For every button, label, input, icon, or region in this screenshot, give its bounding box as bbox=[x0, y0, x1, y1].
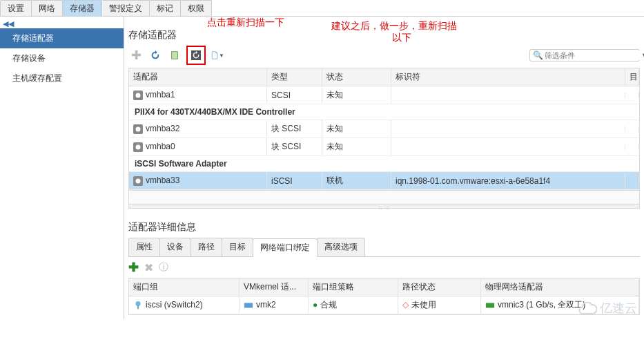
svg-point-3 bbox=[136, 93, 141, 97]
section-adapter-details: 适配器详细信息 bbox=[128, 221, 640, 234]
tab-network[interactable]: 网络 bbox=[31, 0, 63, 16]
col-pathstatus[interactable]: 路径状态 bbox=[398, 278, 481, 296]
top-tabs: 设置 网络 存储器 警报定义 标记 权限 bbox=[0, 0, 644, 17]
col-physical[interactable]: 物理网络适配器 bbox=[481, 278, 639, 296]
search-icon: 🔍 bbox=[533, 50, 543, 60]
group-row-ide: PIIX4 for 430TX/440BX/MX IDE Controller bbox=[129, 104, 639, 120]
col-type[interactable]: 类型 bbox=[267, 68, 322, 86]
sidebar-item-hostcache[interactable]: 主机缓存配置 bbox=[0, 68, 124, 88]
sidebar-item-devices[interactable]: 存储设备 bbox=[0, 48, 124, 68]
col-identifier[interactable]: 标识符 bbox=[391, 68, 625, 86]
subtab-devices[interactable]: 设备 bbox=[159, 238, 191, 256]
scroll-area[interactable] bbox=[129, 190, 639, 204]
svg-rect-0 bbox=[172, 52, 178, 59]
table-row[interactable]: vmhba32 块 SCSI未知 bbox=[129, 120, 639, 138]
col-adapter[interactable]: 适配器 bbox=[129, 68, 267, 86]
binding-toolbar: ✚ ✖ ⓘ bbox=[128, 260, 640, 275]
adapter-toolbar: ✚ ▼ 🔍 ▼ bbox=[128, 46, 640, 65]
binding-grid: 端口组 VMkernel 适... 端口组策略 路径状态 物理网络适配器 isc… bbox=[128, 278, 640, 315]
table-row[interactable]: vmhba1 SCSI未知 bbox=[129, 86, 639, 104]
subtab-properties[interactable]: 属性 bbox=[128, 238, 160, 256]
binding-row[interactable]: iscsi (vSwitch2) vmk2 ●合规 ◇未使用 vmnic3 (1… bbox=[129, 296, 639, 314]
tab-settings[interactable]: 设置 bbox=[0, 0, 32, 16]
splitter[interactable]: :: :: bbox=[129, 204, 639, 208]
host-button[interactable] bbox=[167, 48, 182, 63]
rescan-button[interactable] bbox=[188, 48, 204, 63]
sidebar: ◀◀ 存储适配器 存储设备 主机缓存配置 bbox=[0, 17, 124, 319]
tab-permissions[interactable]: 权限 bbox=[180, 0, 212, 16]
svg-rect-11 bbox=[137, 305, 139, 309]
filter-dropdown-icon[interactable]: ▼ bbox=[641, 52, 644, 59]
svg-point-10 bbox=[136, 301, 141, 306]
svg-point-9 bbox=[136, 178, 141, 183]
add-button[interactable]: ✚ bbox=[128, 48, 144, 63]
adapters-grid: 适配器 类型 状态 标识符 目 vmhba1 SCSI未知 PIIX4 for … bbox=[128, 68, 640, 209]
watermark: 亿速云 bbox=[578, 300, 637, 316]
subtab-targets[interactable]: 目标 bbox=[222, 238, 253, 256]
col-last[interactable]: 目 bbox=[625, 68, 639, 86]
svg-point-5 bbox=[136, 126, 141, 131]
document-button[interactable]: ▼ bbox=[210, 48, 225, 63]
sidebar-item-adapters[interactable]: 存储适配器 bbox=[0, 28, 124, 48]
group-row-iscsi: iSCSI Software Adapter bbox=[129, 156, 639, 172]
tab-alerts[interactable]: 警报定义 bbox=[101, 0, 150, 16]
tab-storage[interactable]: 存储器 bbox=[62, 0, 102, 16]
subtab-advanced[interactable]: 高级选项 bbox=[317, 238, 365, 256]
add-binding-button[interactable]: ✚ bbox=[128, 260, 139, 275]
subtab-port-binding[interactable]: 网络端口绑定 bbox=[253, 238, 318, 257]
svg-rect-12 bbox=[244, 303, 253, 307]
info-button[interactable]: ⓘ bbox=[159, 261, 168, 274]
collapse-icon[interactable]: ◀◀ bbox=[0, 17, 124, 28]
svg-rect-13 bbox=[486, 303, 494, 307]
col-portgroup[interactable]: 端口组 bbox=[129, 278, 240, 296]
col-status[interactable]: 状态 bbox=[322, 68, 391, 86]
status-unused-icon: ◇ bbox=[402, 300, 409, 310]
svg-point-7 bbox=[136, 144, 141, 149]
annotation-suggest: 建议之后，做一步，重新扫描 以下 bbox=[331, 20, 457, 44]
status-ok-icon: ● bbox=[313, 300, 318, 310]
table-row[interactable]: vmhba0 块 SCSI未知 bbox=[129, 138, 639, 156]
col-vmkernel[interactable]: VMkernel 适... bbox=[240, 278, 309, 296]
detail-tabs: 属性 设备 路径 目标 网络端口绑定 高级选项 bbox=[128, 238, 640, 257]
filter-box[interactable]: 🔍 ▼ bbox=[529, 49, 640, 61]
col-policy[interactable]: 端口组策略 bbox=[309, 278, 398, 296]
annotation-rescan: 点击重新扫描一下 bbox=[207, 17, 284, 29]
tab-tags[interactable]: 标记 bbox=[149, 0, 181, 16]
table-row-selected[interactable]: vmhba33 iSCSI联机iqn.1998-01.com.vmware:es… bbox=[129, 172, 639, 190]
remove-binding-button[interactable]: ✖ bbox=[144, 261, 153, 274]
refresh-button[interactable] bbox=[148, 48, 163, 63]
filter-input[interactable] bbox=[543, 50, 641, 60]
subtab-paths[interactable]: 路径 bbox=[191, 238, 222, 256]
